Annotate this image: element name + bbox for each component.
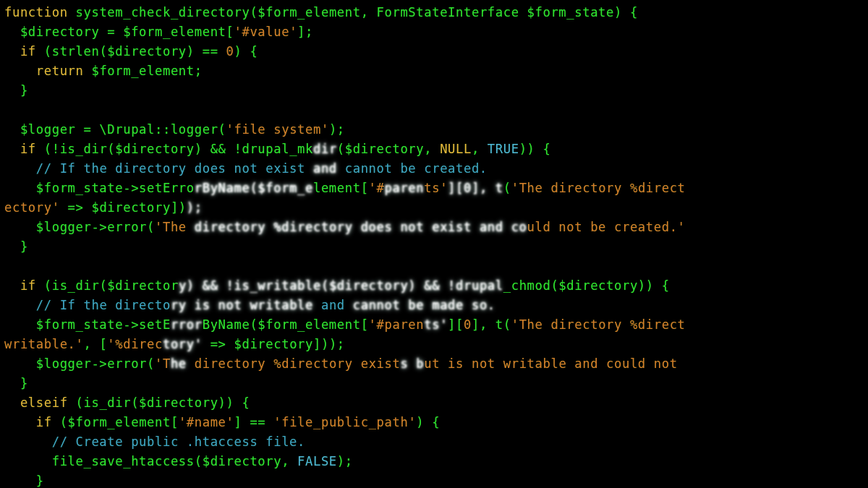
l22g: ) { [416, 415, 440, 429]
l18e: => $directory])); [203, 337, 345, 351]
l10b: rByName($form_e [195, 181, 313, 195]
l12b: 'The [155, 220, 195, 234]
kw-if3: if [20, 278, 36, 293]
l17f: ][ [448, 317, 464, 332]
l10k: ( [503, 181, 511, 195]
l15d: y) && !is_writable($directory) && !drupa… [179, 278, 503, 293]
l3a [4, 44, 20, 59]
l8f: NULL [440, 142, 472, 156]
l9b: // If the directory does not exist [36, 161, 313, 176]
l18c: '%direc [107, 337, 163, 351]
l3c: (strlen($directory) == [36, 44, 226, 59]
l11c: ); [187, 200, 203, 215]
l7c: ); [329, 122, 345, 137]
l18b: , [ [83, 337, 107, 351]
l25: } [4, 474, 44, 488]
l11a: ectory' [4, 200, 60, 215]
l8h: TRUE [488, 142, 519, 156]
l19e: s b [400, 356, 424, 371]
l16b: // If the directo [36, 298, 171, 312]
l17h: ], t( [472, 317, 511, 332]
kw-return: return [36, 64, 84, 78]
l8i: )) { [519, 142, 551, 156]
l10e: paren [385, 181, 425, 195]
l3e: ) { [234, 44, 258, 59]
l9c: and [313, 161, 337, 176]
l19c: he [171, 356, 187, 371]
line2a: $directory = $form_element[ [4, 25, 234, 39]
l7b: 'file system' [226, 122, 329, 137]
l16a [4, 298, 36, 312]
kw-elseif: elseif [20, 395, 68, 410]
l10l: 'The directory %direct [511, 181, 686, 195]
l9a [4, 161, 36, 176]
l24b: FALSE [297, 454, 337, 468]
l3d: 0 [226, 44, 234, 59]
l17i: 'The directory %direct [511, 317, 686, 332]
l17e: ts' [424, 317, 448, 332]
l10c: lement[ [313, 181, 369, 195]
l22a [4, 415, 36, 429]
l22f: 'file_public_path' [273, 415, 416, 429]
l21c: (is_dir($directory)) { [68, 395, 250, 410]
l19b: 'T [155, 356, 171, 371]
l9d: cannot be created. [337, 161, 488, 176]
l11b: => $directory]) [60, 200, 187, 215]
l10g: ][ [448, 181, 464, 195]
l5: } [4, 83, 28, 98]
l8d: dir [313, 142, 337, 156]
l17c: ByName($form_element[ [203, 317, 369, 332]
l15c: (is_dir($director [36, 278, 179, 293]
l10d: '# [369, 181, 385, 195]
l12a: $logger->error( [4, 220, 155, 234]
l17d: '#paren [369, 317, 425, 332]
l10a: $form_state->setErro [4, 181, 195, 195]
kw-function: function [4, 5, 68, 20]
l10j: t [495, 181, 503, 195]
l18d: tory' [163, 337, 203, 351]
l22d: '#name' [179, 415, 234, 429]
l10h: 0 [464, 181, 472, 195]
l7a: $logger = \Drupal::logger( [4, 122, 226, 137]
l10f: ts' [424, 181, 448, 195]
l23b: // Create public .htaccess file. [52, 435, 305, 449]
l24a: file_save_htaccess($directory, [4, 454, 297, 468]
l12c: directory %directory does not exist and … [195, 220, 527, 234]
l18a: writable.' [4, 337, 83, 351]
l17g: 0 [464, 317, 472, 332]
l15e: _chmod($directory)) { [503, 278, 670, 293]
line2c: ]; [297, 25, 313, 39]
kw-if4: if [36, 415, 52, 429]
kw-if2: if [20, 142, 36, 156]
l15a [4, 278, 20, 293]
code-block: function system_check_directory($form_el… [0, 0, 868, 488]
l16e: cannot be made so. [353, 298, 495, 312]
l20: } [4, 376, 28, 390]
l8c: (!is_dir($directory) && !drupal_mk [36, 142, 313, 156]
l10i: ], [472, 181, 495, 195]
l19d: directory %directory exist [187, 356, 401, 371]
sig: ($form_element, FormStateInterface $form… [250, 5, 637, 20]
fn-name: system_check_directory [68, 5, 250, 20]
l4a [4, 64, 36, 78]
l16c: ry is not writable [171, 298, 313, 312]
l17a: $form_state->setE [4, 317, 171, 332]
l23a [4, 435, 52, 449]
l12d: uld not be created.' [527, 220, 686, 234]
l19a: $logger->error( [4, 356, 155, 371]
l22c: ($form_element[ [52, 415, 179, 429]
line2b: '#value' [234, 25, 298, 39]
l8g: , [472, 142, 488, 156]
l4c: $form_element; [83, 64, 202, 78]
l13: } [4, 239, 28, 254]
kw-if: if [20, 44, 36, 59]
l8a [4, 142, 20, 156]
l19f: ut is not writable and could not [424, 356, 685, 371]
l22e: ] == [234, 415, 274, 429]
l21a [4, 395, 20, 410]
l8e: ($directory, [337, 142, 440, 156]
l24c: ); [337, 454, 353, 468]
l16d: and [313, 298, 353, 312]
l17b: rror [171, 317, 203, 332]
